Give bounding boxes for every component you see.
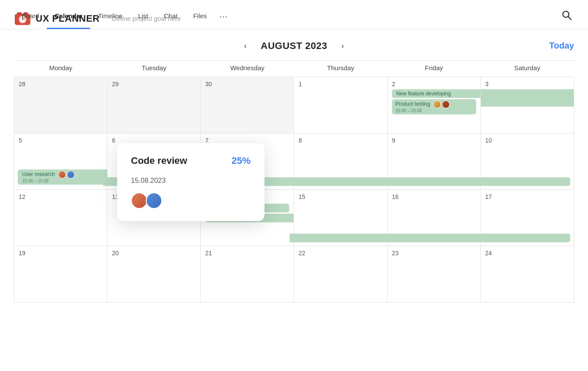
week-row-2: 5 User research 15.06 – 15.08: [14, 133, 574, 190]
day-number: 21: [205, 250, 289, 257]
event-time: 15.06 – 15.08: [22, 179, 103, 183]
cal-day-5[interactable]: 5 User research 15.06 – 15.08: [14, 133, 108, 190]
tab-more[interactable]: ⋯: [215, 8, 232, 29]
month-nav: ‹ AUGUST 2023 › Today: [14, 29, 574, 60]
cal-day-30[interactable]: 30: [201, 77, 294, 133]
col-tuesday: Tuesday: [108, 61, 201, 77]
prev-month-button[interactable]: ‹: [241, 39, 251, 52]
app-header: UX PLANNER Define project goal here Boar…: [0, 0, 588, 29]
popup-avatar-2: [146, 192, 162, 209]
day-number: 20: [112, 250, 196, 257]
week-row-4: 19 20 21 22 23 24: [14, 246, 574, 303]
cal-day-29[interactable]: 29: [108, 77, 201, 133]
event-label: User research: [22, 171, 75, 177]
cal-day-22[interactable]: 22: [294, 246, 387, 303]
day-number: 24: [485, 250, 569, 257]
day-number: 3: [485, 81, 569, 88]
day-number: 29: [112, 81, 196, 88]
week-row-3: 12 13 14 Bug fixing API documentation: [14, 190, 574, 246]
cal-day-17[interactable]: 17: [480, 190, 574, 246]
day-number: 2: [392, 81, 476, 88]
today-indicator: 15: [298, 193, 305, 200]
next-month-button[interactable]: ›: [338, 39, 348, 52]
col-friday: Friday: [387, 61, 480, 77]
event-new-feature-cont: [481, 89, 574, 98]
month-title: AUGUST 2023: [261, 40, 327, 52]
tab-list[interactable]: List: [130, 8, 156, 29]
cal-day-21[interactable]: 21: [201, 246, 294, 303]
svg-line-9: [568, 17, 572, 20]
cal-day-3[interactable]: 3: [480, 77, 574, 133]
event-time: 20.08 – 20.08: [395, 108, 473, 113]
cal-day-23[interactable]: 23: [387, 246, 480, 303]
cal-day-10[interactable]: 10: [480, 133, 574, 190]
tab-timeline[interactable]: Timeline: [90, 8, 130, 29]
popup-avatars: [131, 192, 251, 209]
tab-calendar[interactable]: Calendar: [47, 8, 90, 29]
day-number: 19: [19, 250, 103, 257]
event-product-testing[interactable]: Product testing 20.08 – 20.08: [392, 99, 476, 114]
cal-day-9[interactable]: 9: [387, 133, 480, 190]
day-number: 16: [392, 193, 476, 200]
event-label: New feature developing: [396, 91, 451, 97]
cal-day-20[interactable]: 20: [108, 246, 201, 303]
popup-date: 15.08.2023: [131, 175, 251, 185]
popup-avatar-1: [131, 192, 147, 209]
cal-day-16[interactable]: 16: [387, 190, 480, 246]
day-number: 17: [485, 193, 569, 200]
cal-day-2[interactable]: 2 New feature developing Product testing: [387, 77, 480, 133]
calendar-container: ‹ AUGUST 2023 › Today Monday Tuesday Wed…: [0, 29, 588, 303]
day-number: 30: [205, 81, 289, 88]
day-number: 1: [298, 81, 382, 88]
day-number: 15: [298, 193, 382, 200]
event-product-testing-cont: [481, 98, 574, 107]
search-icon: [561, 10, 572, 21]
tab-files[interactable]: Files: [185, 8, 215, 29]
event-label: Product testing: [395, 101, 450, 107]
popup-title: Code review: [131, 155, 187, 166]
day-number: 8: [298, 137, 382, 144]
cal-day-12[interactable]: 12: [14, 190, 108, 246]
event-new-feature[interactable]: New feature developing: [392, 89, 480, 98]
calendar-grid: Monday Tuesday Wednesday Thursday Friday…: [14, 60, 574, 303]
cal-day-19[interactable]: 19: [14, 246, 108, 303]
col-wednesday: Wednesday: [201, 61, 294, 77]
day-number: 10: [485, 137, 569, 144]
event-popup-card: Code review 25% 15.08.2023: [117, 143, 265, 221]
search-button[interactable]: [559, 8, 574, 24]
cal-day-24[interactable]: 24: [480, 246, 574, 303]
cal-day-15[interactable]: 15: [294, 190, 387, 246]
cal-day-28[interactable]: 28: [14, 77, 108, 133]
col-thursday: Thursday: [294, 61, 387, 77]
day-number: 12: [19, 193, 103, 200]
today-button[interactable]: Today: [549, 41, 574, 51]
day-number: 22: [298, 250, 382, 257]
col-saturday: Saturday: [480, 61, 574, 77]
day-number: 9: [392, 137, 476, 144]
popup-percent: 25%: [232, 155, 251, 166]
day-number: 23: [392, 250, 476, 257]
week-row-1: 28 29 30 1 2 New feature developing: [14, 77, 574, 133]
cal-day-1[interactable]: 1: [294, 77, 387, 133]
col-monday: Monday: [14, 61, 108, 77]
cal-day-8[interactable]: 8: [294, 133, 387, 190]
day-number: 5: [19, 137, 103, 144]
event-user-research[interactable]: User research 15.06 – 15.08: [14, 169, 107, 186]
nav-tabs: Board Calendar Timeline List Chat Files …: [14, 8, 232, 29]
day-number: 28: [19, 81, 103, 88]
tab-chat[interactable]: Chat: [156, 8, 186, 29]
tab-board[interactable]: Board: [14, 8, 47, 29]
